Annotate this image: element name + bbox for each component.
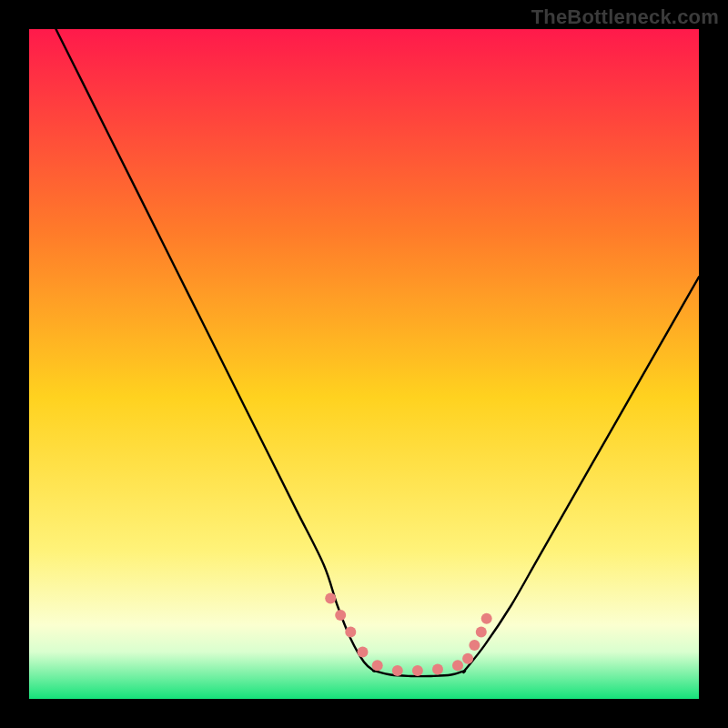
marker-dot <box>412 665 423 676</box>
marker-dot <box>481 613 492 624</box>
marker-dot <box>392 665 403 676</box>
watermark-text: TheBottleneck.com <box>531 5 719 29</box>
marker-dot <box>462 653 473 664</box>
marker-dot <box>432 664 443 675</box>
marker-dot <box>345 626 356 637</box>
marker-dot <box>452 660 463 671</box>
plot-background <box>29 29 699 699</box>
plot-area <box>29 29 699 699</box>
marker-dot <box>372 660 383 671</box>
marker-dot <box>469 640 480 651</box>
chart-frame: TheBottleneck.com <box>0 0 728 728</box>
marker-dot <box>325 593 336 604</box>
chart-svg <box>29 29 699 699</box>
marker-dot <box>358 647 369 658</box>
marker-dot <box>335 610 346 621</box>
marker-dot <box>476 626 487 637</box>
